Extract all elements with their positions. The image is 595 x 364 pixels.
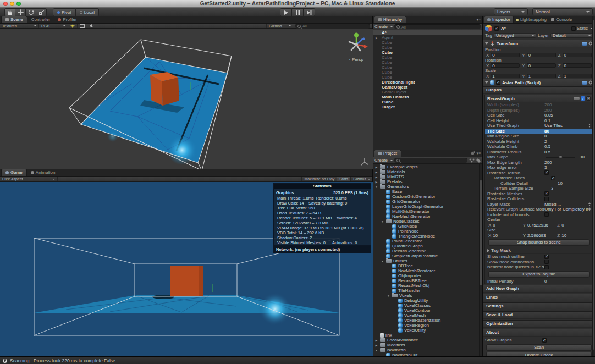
scene-gizmos-dropdown[interactable]: Gizmos <box>266 24 293 28</box>
project-item[interactable]: ▼Voxels <box>373 293 479 298</box>
setting-row[interactable]: Rasterize Trees <box>485 175 593 181</box>
project-item[interactable]: ▼Utilities <box>373 258 479 263</box>
help-book-icon[interactable] <box>582 81 587 85</box>
x-value[interactable]: 0 <box>493 223 495 228</box>
setting-value[interactable]: 200 <box>544 102 552 107</box>
lock-icon[interactable] <box>471 152 474 155</box>
section-links[interactable]: Links <box>483 294 595 301</box>
project-item[interactable]: NavmeshCut <box>373 352 479 356</box>
project-item[interactable]: VoxelRegion <box>373 323 479 328</box>
info-icon[interactable]: i <box>581 96 585 101</box>
z-value-field[interactable]: 1 <box>563 74 592 78</box>
project-item[interactable]: GridNode <box>373 224 479 229</box>
project-scrollbar[interactable] <box>479 164 482 356</box>
layers-dropdown[interactable]: Layers <box>494 8 528 15</box>
play-button[interactable] <box>280 8 292 16</box>
foldout-arrow-icon[interactable]: ▶ <box>374 339 378 342</box>
setting-row[interactable]: Cell Height0.1 <box>485 118 593 124</box>
aspect-dropdown[interactable]: Free Aspect <box>0 177 58 181</box>
setting-value[interactable]: 200 <box>544 160 552 165</box>
snap-bounds-to-scene-button[interactable]: Snap bounds to scene <box>488 239 590 246</box>
hierarchy-item[interactable]: Cube <box>373 60 482 65</box>
hierarchy-item[interactable]: Cube <box>373 75 482 80</box>
setting-value[interactable]: Use Tiles <box>544 123 563 128</box>
project-item[interactable]: Base <box>373 189 479 194</box>
project-item[interactable]: PointNode <box>373 229 479 234</box>
enum-popup-icon[interactable] <box>588 207 591 211</box>
gameobject-name[interactable]: A* <box>501 26 506 31</box>
foldout-arrow-icon[interactable]: ▼ <box>381 260 384 263</box>
setting-value[interactable]: 0.1 <box>544 118 550 123</box>
project-item[interactable]: ▼Navmesh <box>373 348 479 352</box>
project-item[interactable]: QuadtreeGraph <box>373 244 479 249</box>
recastgraph-header[interactable]: RecastGraph i ✕ <box>485 95 593 102</box>
foldout-arrow-icon[interactable]: ▼ <box>387 294 390 297</box>
tab-scene[interactable]: Scene <box>1 16 27 23</box>
show-graphs-checkbox[interactable] <box>542 338 547 343</box>
setting-checkbox[interactable] <box>544 255 549 259</box>
hierarchy-item[interactable]: Plane <box>373 100 482 104</box>
scene-orientation-gizmo[interactable]: ‹ Persp <box>343 32 370 63</box>
setting-checkbox[interactable] <box>544 197 549 201</box>
search-by-label-icon[interactable] <box>476 158 481 163</box>
setting-row[interactable]: Include out of bounds <box>485 212 593 218</box>
inspector-scrollbar-thumb[interactable] <box>593 20 594 349</box>
rotate-tool-button[interactable] <box>26 8 36 16</box>
setting-row[interactable]: Show node connections <box>485 260 593 265</box>
step-button[interactable] <box>304 8 315 16</box>
section-optimization[interactable]: Optimization <box>483 320 595 328</box>
astar-enabled-checkbox[interactable] <box>496 80 500 85</box>
tab-project[interactable]: Project <box>374 150 401 157</box>
gameobject-active-checkbox[interactable] <box>494 26 499 31</box>
foldout-arrow-icon[interactable]: ▶ <box>374 175 378 179</box>
hierarchy-item[interactable]: GameObject <box>373 85 482 90</box>
tag-dropdown[interactable]: Untagged <box>494 33 536 38</box>
setting-row[interactable]: Show mesh outline <box>485 254 593 260</box>
panel-menu-icon[interactable]: ▾≡ <box>476 151 481 156</box>
pivot-toggle-button[interactable]: Pivot <box>53 8 76 16</box>
setting-value[interactable]: Only For Completely Insic <box>544 207 588 212</box>
orientation-mode-label[interactable]: ‹ Persp <box>343 57 370 62</box>
project-create-button[interactable]: Create <box>374 158 393 163</box>
section-settings[interactable]: Settings <box>483 302 595 310</box>
section-about[interactable]: About <box>483 329 595 337</box>
setting-row[interactable]: Walkable Height2 <box>485 139 593 145</box>
foldout-arrow-icon[interactable]: ▼ <box>374 349 378 352</box>
foldout-arrow-icon[interactable]: ▶ <box>374 180 378 184</box>
project-item[interactable]: TileHandler <box>373 288 479 293</box>
astar-component-header[interactable]: Astar Path (Script) <box>483 79 595 86</box>
move-tool-button[interactable] <box>15 8 26 16</box>
y-value[interactable]: 0.7522936 <box>527 223 548 228</box>
hierarchy-search-input[interactable]: All <box>394 24 481 29</box>
hierarchy-item[interactable]: A* <box>373 30 482 35</box>
project-item[interactable]: BBTree <box>373 263 479 268</box>
project-item[interactable]: ▼Generators <box>373 184 479 189</box>
setting-row[interactable]: Depth (samples)200 <box>485 108 593 113</box>
setting-value[interactable]: 200 <box>544 108 552 113</box>
slider-thumb[interactable] <box>559 155 563 159</box>
setting-row[interactable]: Max edge error3 <box>485 165 593 170</box>
project-item[interactable]: PointGenerator <box>373 239 479 244</box>
tab-lightmapping[interactable]: Lightmapping <box>514 16 549 23</box>
layout-dropdown[interactable]: Normal <box>532 8 593 15</box>
inspector-scrollbar[interactable] <box>592 16 595 356</box>
setting-row[interactable]: Max Slope30 <box>485 155 593 160</box>
y-value-field[interactable]: 1 <box>527 74 556 78</box>
setting-value[interactable]: 0.05 <box>544 113 553 118</box>
project-item[interactable]: LayerGridGraphGenerator <box>373 204 479 209</box>
setting-value[interactable]: 0.5 <box>544 150 550 155</box>
setting-checkbox[interactable] <box>544 191 549 196</box>
y-value-field[interactable]: 0 <box>527 53 556 57</box>
hierarchy-item[interactable]: ▶Agent <box>373 35 482 40</box>
setting-row[interactable]: Character Radius0.5 <box>485 150 593 155</box>
setting-row[interactable]: Use Tiled GraphUse Tiles <box>485 123 593 129</box>
setting-row[interactable]: Rasterize Meshes <box>485 191 593 197</box>
setting-row[interactable]: Rasterize Terrain <box>485 170 593 176</box>
tab-hierarchy[interactable]: Hierarchy <box>374 16 406 23</box>
project-item[interactable]: RecastMeshObj <box>373 283 479 288</box>
project-item[interactable]: VoxelUtility <box>373 328 479 333</box>
project-item[interactable]: ▼NodeClasses <box>373 219 479 224</box>
add-new-graph-button[interactable]: Add New Graph <box>483 285 595 293</box>
project-item[interactable]: ▶Materials <box>373 169 479 174</box>
project-item[interactable]: ▶LocalAvoidance <box>373 338 479 343</box>
